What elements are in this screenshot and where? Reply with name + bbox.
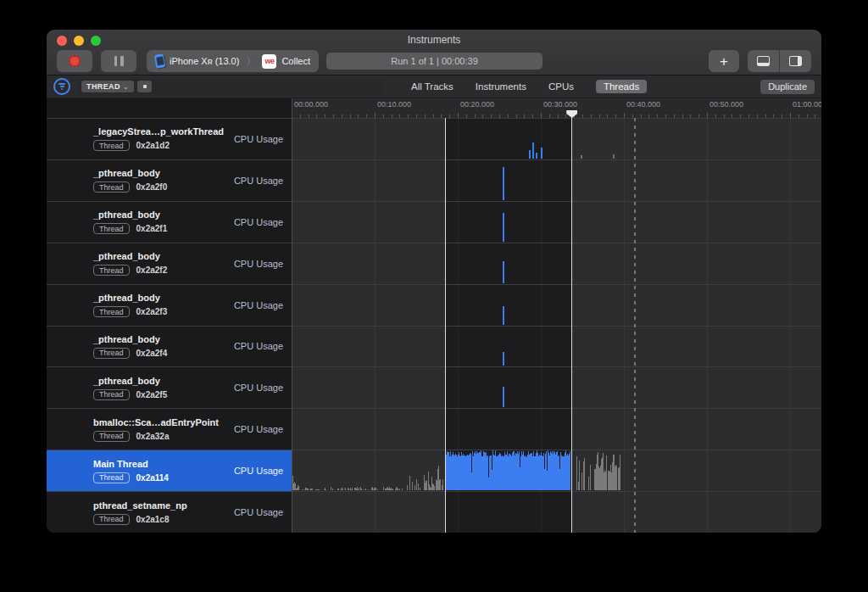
cpu-usage-label: CPU Usage	[234, 383, 292, 393]
ruler-tick	[740, 114, 741, 118]
ruler-tick	[657, 114, 658, 118]
cpu-bar	[584, 458, 585, 490]
thread-track[interactable]	[292, 492, 821, 533]
thread-badge: Thread	[93, 348, 130, 359]
thread-track[interactable]	[292, 409, 821, 450]
thread-row-header[interactable]: bmalloc::Sca…adEntryPoint Thread 0x2a32a…	[47, 409, 292, 450]
thread-row-header[interactable]: _pthread_body Thread 0x2a2f4 CPU Usage	[47, 327, 292, 367]
selection-range-shade	[445, 160, 571, 201]
gridline	[624, 285, 625, 326]
thread-row-header[interactable]: _pthread_body Thread 0x2a2f3 CPU Usage	[47, 285, 292, 326]
thread-row[interactable]: _legacyStrea…p_workThread Thread 0x2a1d2…	[47, 118, 821, 159]
tab-threads[interactable]: Threads	[596, 80, 647, 93]
filter-icon[interactable]	[53, 78, 70, 95]
selection-range-shade	[445, 327, 571, 367]
run-status[interactable]: Run 1 of 1 | 00:00:39	[326, 53, 542, 70]
thread-track[interactable]	[292, 160, 821, 201]
selection-range-shade	[445, 119, 571, 159]
cpu-usage-label: CPU Usage	[234, 300, 292, 310]
gridline	[624, 492, 625, 533]
thread-row-header[interactable]: _pthread_body Thread 0x2a2f1 CPU Usage	[47, 202, 292, 243]
thread-name: _pthread_body	[93, 376, 167, 386]
thread-row-header[interactable]: _pthread_body Thread 0x2a2f2 CPU Usage	[47, 243, 292, 284]
thread-filter-token[interactable]: THREAD ⌄	[81, 81, 134, 92]
thread-track[interactable]	[292, 327, 821, 367]
cpu-bar	[312, 489, 313, 490]
toolbar: iPhone Xʀ (13.0) 〉 we Collect Run 1 of 1…	[47, 50, 821, 75]
pause-button[interactable]	[101, 50, 136, 72]
thread-row[interactable]: _pthread_body Thread 0x2a2f3 CPU Usage	[47, 284, 821, 326]
layout-segmented-control	[748, 50, 811, 72]
cpu-bar	[606, 455, 607, 490]
ruler-tick	[732, 114, 732, 118]
ruler-tick	[807, 114, 808, 118]
tab-all-tracks[interactable]: All Tracks	[411, 80, 453, 93]
filter-input[interactable]: THREAD ⌄	[79, 79, 382, 94]
target-selector[interactable]: iPhone Xʀ (13.0) 〉 we Collect	[147, 50, 319, 72]
tab-instruments[interactable]: Instruments	[476, 80, 526, 93]
thread-track[interactable]	[292, 367, 821, 408]
cpu-bar	[529, 150, 531, 159]
ruler-tick	[399, 114, 400, 118]
thread-track[interactable]	[292, 202, 821, 243]
thread-row-header[interactable]: _pthread_body Thread 0x2a2f0 CPU Usage	[47, 160, 292, 201]
toggle-right-panel-button[interactable]	[779, 50, 811, 72]
ruler-tick	[707, 113, 708, 118]
thread-track[interactable]	[292, 450, 821, 491]
thread-row[interactable]: _pthread_body Thread 0x2a2f2 CPU Usage	[47, 243, 821, 284]
gridline	[624, 202, 625, 243]
gridline	[707, 409, 708, 450]
cpu-bar	[342, 488, 343, 490]
add-instrument-button[interactable]: +	[709, 50, 739, 72]
cpu-bar	[409, 476, 410, 490]
thread-badge: Thread	[93, 265, 130, 276]
thread-row[interactable]: pthread_setname_np Thread 0x2a1c8 CPU Us…	[47, 491, 821, 533]
token-option-button[interactable]	[137, 81, 152, 92]
titlebar[interactable]: Instruments	[47, 30, 821, 50]
thread-row-header[interactable]: pthread_setname_np Thread 0x2a1c8 CPU Us…	[47, 492, 292, 533]
gridline	[790, 492, 791, 533]
gridline	[624, 409, 625, 450]
ruler-tick	[682, 114, 683, 118]
ruler-tick	[765, 114, 766, 118]
cpu-bar	[402, 489, 403, 490]
cpu-bar	[434, 486, 435, 490]
iphone-icon	[154, 53, 166, 69]
cpu-bar	[420, 488, 420, 490]
thread-id: 0x2a114	[136, 473, 169, 483]
thread-row[interactable]: _pthread_body Thread 0x2a2f4 CPU Usage	[47, 326, 821, 367]
thread-id: 0x2a32a	[136, 432, 170, 441]
thread-row[interactable]: _pthread_body Thread 0x2a2f0 CPU Usage	[47, 159, 821, 201]
time-ruler[interactable]: 00:00.00000:10.00000:20.00000:30.00000:4…	[292, 98, 821, 118]
cpu-usage-label: CPU Usage	[234, 341, 292, 351]
thread-row-header[interactable]: _legacyStrea…p_workThread Thread 0x2a1d2…	[47, 119, 292, 159]
gridline	[375, 202, 376, 243]
cpu-usage-label: CPU Usage	[234, 217, 292, 227]
thread-row[interactable]: _pthread_body Thread 0x2a2f1 CPU Usage	[47, 201, 821, 243]
thread-row-header[interactable]: _pthread_body Thread 0x2a2f5 CPU Usage	[47, 367, 292, 408]
toggle-bottom-panel-button[interactable]	[748, 50, 779, 72]
thread-row[interactable]: _pthread_body Thread 0x2a2f5 CPU Usage	[47, 366, 821, 408]
record-button[interactable]	[57, 50, 92, 72]
ruler-tick	[715, 114, 716, 118]
duplicate-button[interactable]: Duplicate	[760, 80, 815, 94]
thread-row-header[interactable]: Main Thread Thread 0x2a114 CPU Usage	[47, 450, 292, 491]
thread-row[interactable]: Main Thread Thread 0x2a114 CPU Usage	[47, 450, 821, 491]
ruler-tick	[508, 114, 509, 118]
thread-name: _legacyStrea…p_workThread	[93, 126, 224, 137]
ruler-tick	[773, 114, 774, 118]
ruler-tick	[300, 114, 301, 118]
ruler-tick	[549, 114, 550, 118]
ruler-tick	[433, 114, 434, 118]
thread-track[interactable]	[292, 243, 821, 284]
gridline	[375, 160, 376, 201]
ruler-spacer	[47, 98, 292, 118]
thread-track[interactable]	[292, 119, 821, 159]
thread-row[interactable]: bmalloc::Sca…adEntryPoint Thread 0x2a32a…	[47, 408, 821, 450]
window-title: Instruments	[47, 34, 821, 46]
timeline-content: 00:00.00000:10.00000:20.00000:30.00000:4…	[47, 98, 821, 533]
tab-cpus[interactable]: CPUs	[548, 80, 574, 93]
gridline	[375, 243, 376, 284]
cpu-bar	[348, 489, 349, 490]
thread-track[interactable]	[292, 285, 821, 326]
